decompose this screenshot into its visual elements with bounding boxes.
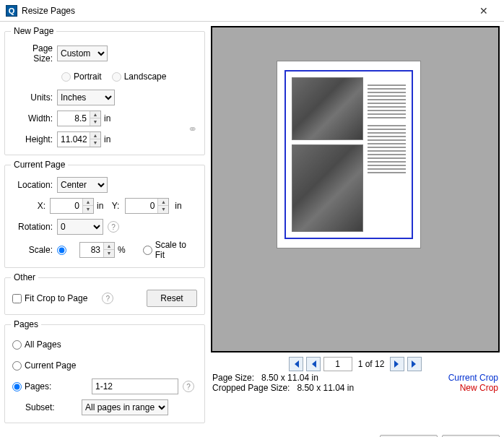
label-rotation: Rotation: bbox=[12, 222, 57, 232]
page-number-input[interactable] bbox=[323, 357, 352, 371]
label-page-size-info: Page Size: bbox=[212, 373, 254, 383]
units-select[interactable]: Inches bbox=[57, 90, 115, 105]
width-input[interactable] bbox=[58, 111, 90, 126]
spin-down-icon[interactable]: ▼ bbox=[90, 118, 100, 126]
scale-spinner[interactable]: ▲▼ bbox=[79, 242, 115, 258]
group-other: Other Fit Crop to Page ? Reset bbox=[4, 272, 205, 315]
help-icon[interactable]: ? bbox=[108, 221, 119, 233]
legend-current-page: Current Page bbox=[11, 160, 68, 170]
scale-input[interactable] bbox=[80, 243, 103, 257]
label-height: Height: bbox=[12, 134, 57, 144]
width-unit: in bbox=[104, 113, 110, 124]
scale-to-fit-radio[interactable]: Scale to Fit bbox=[143, 240, 187, 260]
group-new-page: New Page Page Size: Custom Portrait Land… bbox=[4, 26, 205, 155]
current-page-radio[interactable]: Current Page bbox=[12, 360, 76, 371]
page-count: 1 of 12 bbox=[355, 359, 388, 369]
spin-up-icon[interactable]: ▲ bbox=[90, 132, 100, 139]
label-cropped-size-info: Cropped Page Size: bbox=[212, 383, 290, 393]
y-unit: in bbox=[175, 201, 181, 211]
subset-select[interactable]: All pages in range bbox=[82, 399, 168, 415]
label-x: X: bbox=[12, 201, 50, 211]
label-y: Y: bbox=[108, 201, 122, 211]
location-select[interactable]: Center bbox=[57, 177, 108, 193]
close-icon[interactable]: ✕ bbox=[469, 5, 498, 17]
current-crop-label: Current Crop bbox=[448, 373, 498, 383]
label-width: Width: bbox=[12, 113, 57, 124]
group-pages: Pages All Pages Current Page Pages: bbox=[4, 319, 205, 423]
help-icon[interactable]: ? bbox=[183, 381, 194, 392]
spin-down-icon[interactable]: ▼ bbox=[90, 139, 100, 147]
preview-area bbox=[211, 26, 500, 352]
height-spinner[interactable]: ▲▼ bbox=[57, 131, 101, 147]
height-input[interactable] bbox=[58, 132, 90, 147]
legend-new-page: New Page bbox=[11, 26, 56, 36]
next-page-icon[interactable] bbox=[390, 357, 404, 371]
help-icon[interactable]: ? bbox=[102, 293, 113, 304]
label-subset: Subset: bbox=[12, 402, 82, 412]
link-dimensions-icon[interactable]: ⚭ bbox=[188, 122, 197, 136]
titlebar: Q Resize Pages ✕ bbox=[0, 0, 504, 22]
y-spinner[interactable]: ▲▼ bbox=[125, 198, 169, 214]
value-cropped-size-info: 8.50 x 11.04 in bbox=[297, 383, 354, 393]
page-thumbnail bbox=[292, 77, 406, 232]
page-image bbox=[292, 144, 363, 232]
x-unit: in bbox=[97, 201, 103, 211]
pages-range-input[interactable] bbox=[92, 378, 178, 394]
label-location: Location: bbox=[12, 180, 57, 190]
height-unit: in bbox=[104, 134, 110, 144]
spin-up-icon[interactable]: ▲ bbox=[90, 111, 100, 118]
fit-crop-checkbox[interactable]: Fit Crop to Page bbox=[12, 293, 87, 303]
rotation-select[interactable]: 0 bbox=[57, 219, 103, 235]
orientation-landscape[interactable]: Landscape bbox=[112, 72, 167, 82]
y-input[interactable] bbox=[126, 199, 157, 213]
label-units: Units: bbox=[12, 92, 57, 103]
all-pages-radio[interactable]: All Pages bbox=[12, 339, 61, 350]
new-crop-label: New Crop bbox=[460, 383, 498, 393]
legend-pages: Pages bbox=[11, 319, 41, 329]
x-input[interactable] bbox=[51, 199, 82, 213]
scale-pct: % bbox=[118, 245, 126, 255]
crop-box bbox=[284, 70, 413, 239]
reset-button[interactable]: Reset bbox=[147, 290, 197, 307]
last-page-icon[interactable] bbox=[407, 357, 422, 371]
window-title: Resize Pages bbox=[22, 6, 469, 16]
app-icon: Q bbox=[6, 5, 17, 17]
legend-other: Other bbox=[11, 272, 38, 282]
group-current-page: Current Page Location: Center X: ▲▼ in Y… bbox=[4, 160, 205, 268]
first-page-icon[interactable] bbox=[289, 357, 303, 371]
page-size-select[interactable]: Custom bbox=[57, 46, 108, 61]
label-page-size: Page Size: bbox=[12, 43, 57, 64]
preview-page bbox=[277, 61, 421, 248]
page-image bbox=[292, 77, 363, 140]
pager: 1 of 12 bbox=[211, 352, 500, 373]
value-page-size-info: 8.50 x 11.04 in bbox=[261, 373, 318, 383]
pages-range-radio[interactable]: Pages: bbox=[12, 381, 82, 391]
orientation-portrait[interactable]: Portrait bbox=[61, 72, 102, 82]
x-spinner[interactable]: ▲▼ bbox=[50, 198, 94, 214]
label-scale: Scale: bbox=[12, 245, 57, 255]
prev-page-icon[interactable] bbox=[306, 357, 321, 371]
scale-percent-radio[interactable] bbox=[57, 246, 69, 255]
width-spinner[interactable]: ▲▼ bbox=[57, 111, 101, 126]
